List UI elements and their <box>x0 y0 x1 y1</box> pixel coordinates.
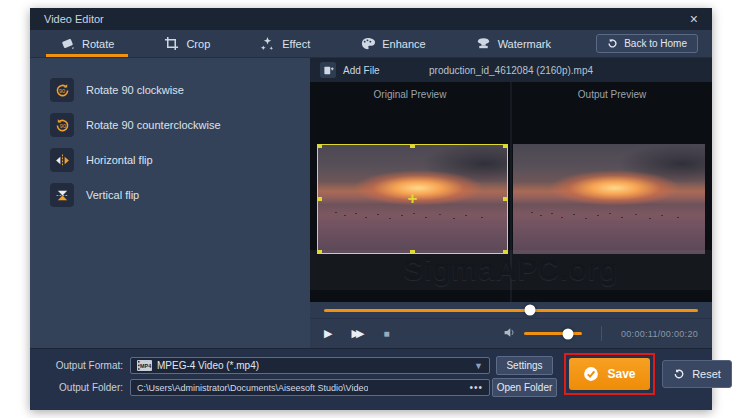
output-format-label: Output Format: <box>38 360 123 371</box>
tab-enhance[interactable]: Enhance <box>346 30 439 57</box>
output-folder-field[interactable]: C:\Users\Administrator\Documents\Aiseeso… <box>130 379 490 396</box>
vertical-flip-button[interactable]: Vertical flip <box>50 183 310 207</box>
add-file-icon <box>320 62 336 78</box>
open-folder-button[interactable]: Open Folder <box>492 378 557 397</box>
preview-area: Original Preview Output Preview + <box>310 82 712 302</box>
add-file-button[interactable]: Add File <box>320 62 380 78</box>
stop-button[interactable]: ■ <box>383 329 389 339</box>
preview-panel: Add File production_id_4612084 (2160p).m… <box>310 58 712 348</box>
rotate-cw-icon: 90 <box>50 78 74 102</box>
play-button[interactable]: ▶ <box>324 328 332 339</box>
chevron-down-icon[interactable]: ▼ <box>474 361 483 371</box>
sparkles-icon <box>260 36 275 51</box>
tool-label: Horizontal flip <box>86 154 153 166</box>
tab-label: Crop <box>186 38 210 50</box>
controls-divider <box>601 326 602 341</box>
volume-knob[interactable] <box>562 328 573 339</box>
volume-slider[interactable] <box>524 332 582 335</box>
selection-handle[interactable] <box>503 144 508 148</box>
selection-handle[interactable] <box>410 250 415 254</box>
mp4-format-icon: MP4 <box>137 360 152 371</box>
rotate-ccw-icon: 90 <box>50 113 74 137</box>
tab-rotate[interactable]: Rotate <box>46 30 128 57</box>
tool-label: Rotate 90 clockwise <box>86 84 184 96</box>
tab-label: Watermark <box>498 38 551 50</box>
output-format-dropdown[interactable]: MP4 MPEG-4 Video (*.mp4) ▼ <box>130 357 490 374</box>
selection-handle[interactable] <box>503 197 508 201</box>
original-preview-label: Original Preview <box>310 89 510 100</box>
volume-controls: 00:00:11/00:00:20 <box>503 325 698 343</box>
back-to-home-button[interactable]: Back to Home <box>596 34 698 53</box>
rotate-tools-panel: 90 Rotate 90 clockwise 90 Rotate 90 coun… <box>30 58 310 348</box>
vertical-flip-icon <box>50 183 74 207</box>
settings-button[interactable]: Settings <box>496 356 553 375</box>
speaker-icon[interactable] <box>503 325 516 343</box>
selection-handle[interactable] <box>503 250 508 254</box>
tool-label: Vertical flip <box>86 189 139 201</box>
close-icon[interactable]: × <box>690 12 698 26</box>
seek-knob[interactable] <box>524 305 535 316</box>
selection-handle[interactable] <box>317 250 322 254</box>
playback-controls: ▶ ▶▶ ■ 00:00:11/00:00:20 <box>310 318 712 348</box>
output-folder-label: Output Folder: <box>38 382 123 393</box>
window-title: Video Editor <box>44 13 104 25</box>
reset-button[interactable]: Reset <box>662 360 732 388</box>
tool-label: Rotate 90 counterclockwise <box>86 119 221 131</box>
tabs-bar: Rotate Crop Effect Enhance Watermark <box>30 30 712 58</box>
selection-handle[interactable] <box>317 197 322 201</box>
seek-slider[interactable] <box>324 309 698 312</box>
browse-ellipsis-button[interactable]: ••• <box>469 386 483 390</box>
format-value: MPEG-4 Video (*.mp4) <box>157 360 259 371</box>
folder-path-value: C:\Users\Administrator\Documents\Aiseeso… <box>137 383 368 393</box>
tab-label: Effect <box>282 38 310 50</box>
palette-icon <box>360 36 375 51</box>
tab-label: Rotate <box>82 38 114 50</box>
svg-text:90: 90 <box>59 122 65 128</box>
watermark-stamp-icon <box>476 36 491 51</box>
output-bar: Output Format: MP4 MPEG-4 Video (*.mp4) … <box>30 348 712 410</box>
rotate-tool-icon <box>60 36 75 51</box>
horizontal-flip-icon <box>50 148 74 172</box>
preview-divider <box>510 82 512 302</box>
rotate-90-counterclockwise-button[interactable]: 90 Rotate 90 counterclockwise <box>50 113 310 137</box>
crop-icon <box>164 36 179 51</box>
video-editor-window: Video Editor × Rotate Crop Effect E <box>30 8 712 410</box>
file-bar: Add File production_id_4612084 (2160p).m… <box>310 58 712 82</box>
horizontal-flip-button[interactable]: Horizontal flip <box>50 148 310 172</box>
check-circle-icon <box>583 366 599 382</box>
selection-handle[interactable] <box>410 144 415 148</box>
seek-bar-row <box>310 302 712 318</box>
rotate-90-clockwise-button[interactable]: 90 Rotate 90 clockwise <box>50 78 310 102</box>
selection-handle[interactable] <box>317 144 322 148</box>
tab-label: Enhance <box>382 38 425 50</box>
reset-circular-arrow-icon <box>673 368 685 380</box>
time-display: 00:00:11/00:00:20 <box>621 329 698 339</box>
svg-text:MP4: MP4 <box>140 363 151 369</box>
tab-crop[interactable]: Crop <box>150 30 224 57</box>
original-video-frame[interactable]: + <box>317 144 508 254</box>
tab-effect[interactable]: Effect <box>246 30 324 57</box>
output-video-frame <box>513 144 705 254</box>
tab-watermark[interactable]: Watermark <box>462 30 565 57</box>
selection-rectangle[interactable]: + <box>317 144 508 254</box>
fast-forward-button[interactable]: ▶▶ <box>351 328 364 339</box>
save-button[interactable]: Save <box>569 358 650 390</box>
svg-text:90: 90 <box>59 87 65 93</box>
title-bar: Video Editor × <box>30 8 712 30</box>
birds-on-water <box>531 212 533 213</box>
back-arrow-icon <box>607 38 618 49</box>
center-crosshair-icon: + <box>408 190 418 207</box>
main-content: 90 Rotate 90 clockwise 90 Rotate 90 coun… <box>30 58 712 348</box>
output-preview-label: Output Preview <box>512 89 712 100</box>
